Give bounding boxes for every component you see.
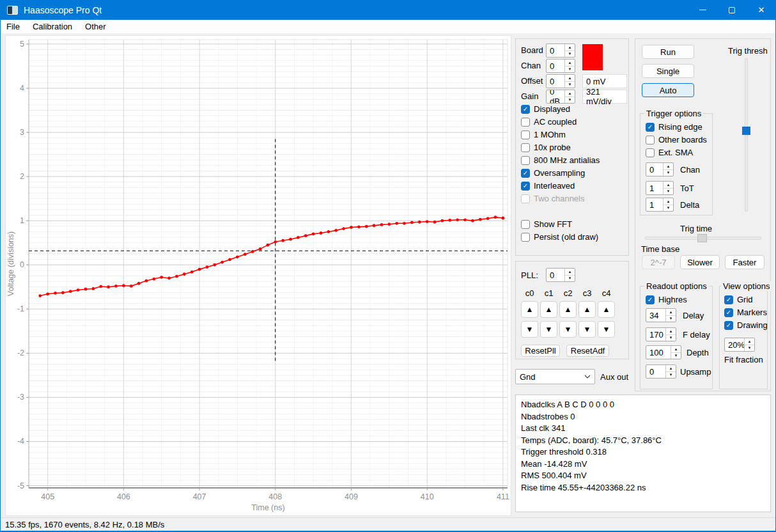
fdelay-spinbox[interactable]: 170 bbox=[646, 327, 676, 341]
spin-up-icon[interactable] bbox=[671, 346, 681, 353]
spin-up-icon[interactable] bbox=[666, 365, 676, 372]
spin-arrows[interactable] bbox=[564, 44, 575, 57]
spin-up-icon[interactable] bbox=[565, 90, 575, 97]
c4-down-button[interactable]: ▼ bbox=[598, 321, 615, 338]
spin-arrows[interactable] bbox=[564, 75, 575, 88]
spin-down-icon[interactable] bbox=[663, 205, 673, 212]
trig-thresh-slider[interactable] bbox=[745, 58, 748, 212]
spin-arrows[interactable] bbox=[564, 269, 575, 281]
checkbox-interleaved[interactable]: Interleaved bbox=[521, 180, 575, 191]
spin-arrows[interactable] bbox=[744, 338, 754, 351]
spin-down-icon[interactable] bbox=[666, 372, 676, 379]
trigger-delta-spinbox[interactable]: 1 bbox=[646, 198, 674, 212]
spin-arrows[interactable] bbox=[663, 163, 673, 176]
c4-up-button[interactable]: ▲ bbox=[598, 301, 615, 318]
spin-arrows[interactable] bbox=[663, 182, 673, 194]
spin-down-icon[interactable] bbox=[565, 276, 575, 282]
checkbox-grid[interactable]: Grid bbox=[724, 294, 753, 305]
slower-button[interactable]: Slower bbox=[680, 255, 720, 269]
c1-up-button[interactable]: ▲ bbox=[540, 301, 557, 318]
checkbox-1mohm[interactable]: 1 MOhm bbox=[521, 129, 566, 140]
spin-arrows[interactable] bbox=[665, 365, 676, 378]
close-button[interactable]: ✕ bbox=[747, 0, 776, 20]
spin-down-icon[interactable] bbox=[565, 82, 575, 88]
spin-up-icon[interactable] bbox=[663, 163, 673, 170]
fit-fraction-spinbox[interactable]: 20% bbox=[724, 338, 755, 352]
aux-out-select[interactable]: Gnd bbox=[515, 369, 595, 384]
board-spinbox[interactable]: 0 bbox=[546, 43, 575, 58]
spin-down-icon[interactable] bbox=[666, 335, 676, 341]
trigger-tot-spinbox[interactable]: 1 bbox=[646, 181, 674, 195]
checkbox-10x-probe[interactable]: 10x probe bbox=[521, 142, 571, 153]
reset-pll-button[interactable]: ResetPll bbox=[521, 345, 560, 357]
spin-down-icon[interactable] bbox=[666, 316, 676, 322]
spin-arrows[interactable] bbox=[665, 309, 676, 322]
maximize-button[interactable] bbox=[717, 0, 747, 20]
spin-up-icon[interactable] bbox=[565, 44, 575, 51]
spin-up-icon[interactable] bbox=[666, 328, 676, 335]
checkbox-markers[interactable]: Markers bbox=[724, 307, 767, 318]
single-button[interactable]: Single bbox=[642, 64, 694, 78]
menu-other[interactable]: Other bbox=[79, 20, 113, 33]
spin-arrows[interactable] bbox=[564, 90, 575, 103]
menu-file[interactable]: File bbox=[0, 20, 26, 33]
minimize-button[interactable] bbox=[688, 0, 717, 20]
spin-up-icon[interactable] bbox=[565, 75, 575, 82]
c2-up-button[interactable]: ▲ bbox=[559, 301, 577, 318]
spin-down-icon[interactable] bbox=[565, 97, 575, 104]
spin-arrows[interactable] bbox=[671, 346, 681, 359]
spin-down-icon[interactable] bbox=[565, 51, 575, 58]
spin-down-icon[interactable] bbox=[671, 353, 681, 359]
checkbox-drawing[interactable]: Drawing bbox=[724, 320, 768, 331]
spin-down-icon[interactable] bbox=[565, 66, 575, 73]
plot-canvas[interactable]: 405406407408409410411-5-4-3-2-1012345Tim… bbox=[6, 36, 511, 515]
spin-up-icon[interactable] bbox=[745, 338, 754, 345]
run-button[interactable]: Run bbox=[642, 45, 694, 59]
offset-spinbox[interactable]: 0 bbox=[546, 74, 575, 88]
chan-spinbox[interactable]: 0 bbox=[546, 59, 575, 73]
c0-up-button[interactable]: ▲ bbox=[521, 301, 538, 318]
upsamp-spinbox[interactable]: 0 bbox=[646, 364, 676, 379]
spin-down-icon[interactable] bbox=[745, 345, 754, 352]
spin-up-icon[interactable] bbox=[666, 309, 676, 316]
close-icon: ✕ bbox=[758, 5, 765, 15]
checkbox-show-fft[interactable]: Show FFT bbox=[521, 219, 572, 230]
spin-arrows[interactable] bbox=[665, 328, 676, 341]
depth-spinbox[interactable]: 100 bbox=[646, 345, 681, 359]
checkbox-other-boards[interactable]: Other boards bbox=[646, 134, 707, 145]
gain-spinbox[interactable]: 0 dB bbox=[546, 90, 575, 104]
c2-down-button[interactable]: ▼ bbox=[559, 321, 577, 338]
c1-down-button[interactable]: ▼ bbox=[540, 321, 557, 338]
c3-down-button[interactable]: ▼ bbox=[578, 321, 596, 338]
trig-time-handle[interactable] bbox=[697, 234, 707, 242]
status-console[interactable]: Nbadclks A B C D 0 0 0 0 Nbadstrobes 0 L… bbox=[515, 395, 771, 512]
auto-button[interactable]: Auto bbox=[642, 83, 694, 97]
fit-fraction-label: Fit fraction bbox=[724, 355, 763, 364]
faster-button[interactable]: Faster bbox=[725, 255, 764, 269]
spin-arrows[interactable] bbox=[564, 59, 575, 72]
c0-down-button[interactable]: ▼ bbox=[521, 321, 538, 338]
spin-up-icon[interactable] bbox=[663, 182, 673, 189]
checkbox-highres[interactable]: Highres bbox=[646, 294, 687, 305]
spin-arrows[interactable] bbox=[663, 198, 673, 211]
checkbox-persist[interactable]: Persist (old draw) bbox=[521, 231, 598, 242]
menu-calibration[interactable]: Calibration bbox=[26, 20, 79, 33]
checkbox-800mhz-antialias[interactable]: 800 MHz antialias bbox=[521, 155, 600, 166]
c3-up-button[interactable]: ▲ bbox=[578, 301, 596, 318]
spin-up-icon[interactable] bbox=[565, 269, 575, 276]
checkbox-label: Two channels bbox=[534, 194, 585, 203]
checkbox-rising-edge[interactable]: Rising edge bbox=[646, 121, 702, 132]
spin-down-icon[interactable] bbox=[663, 170, 673, 176]
spin-down-icon[interactable] bbox=[663, 189, 673, 195]
pll-spinbox[interactable]: 0 bbox=[546, 268, 575, 282]
checkbox-ext-sma[interactable]: Ext. SMA bbox=[646, 147, 693, 158]
trigger-chan-spinbox[interactable]: 0 bbox=[646, 162, 674, 176]
checkbox-ac-coupled[interactable]: AC coupled bbox=[521, 116, 577, 127]
spin-up-icon[interactable] bbox=[565, 59, 575, 66]
reset-adf-button[interactable]: ResetAdf bbox=[566, 345, 609, 357]
spin-up-icon[interactable] bbox=[663, 198, 673, 205]
checkbox-displayed[interactable]: Displayed bbox=[521, 104, 570, 114]
delay-spinbox[interactable]: 34 bbox=[646, 308, 676, 322]
trig-thresh-handle[interactable] bbox=[742, 127, 750, 135]
checkbox-oversampling[interactable]: Oversampling bbox=[521, 168, 585, 178]
